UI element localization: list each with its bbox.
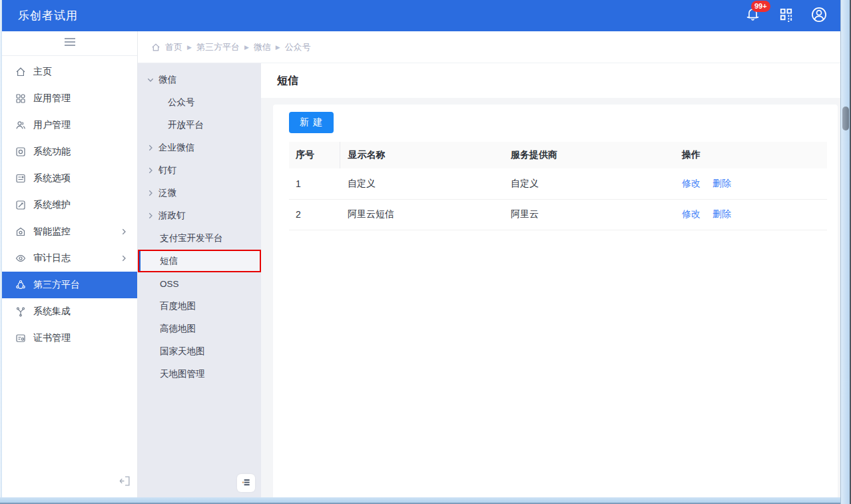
sidebar-item-certificate-management[interactable]: 证书管理: [2, 325, 137, 352]
cell-actions: 修改 删除: [674, 168, 827, 199]
submenu-group-zhezhengding[interactable]: 浙政钉: [138, 204, 261, 227]
submenu-group-fanwei[interactable]: 泛微: [138, 182, 261, 204]
system-function-icon: [15, 146, 26, 157]
submenu-item-label: 钉钉: [158, 164, 176, 176]
breadcrumb-separator-icon: ▶: [244, 44, 249, 51]
submenu-item-open-platform[interactable]: 开放平台: [138, 114, 261, 136]
sidebar-item-system-function[interactable]: 系统功能: [2, 138, 137, 165]
cell-index: 2: [289, 199, 340, 230]
third-party-platform-icon: [15, 280, 26, 290]
appstore-icon: [15, 93, 26, 104]
breadcrumb: 首页 ▶ 第三方平台 ▶ 微信 ▶ 公众号: [138, 31, 840, 63]
sidebar-item-audit-log[interactable]: 审计日志: [2, 245, 137, 272]
sidebar-item-label: 系统维护: [33, 199, 71, 211]
submenu-group-wecom[interactable]: 企业微信: [138, 136, 261, 159]
breadcrumb-official-account[interactable]: 公众号: [285, 41, 311, 53]
submenu-item-label: 浙政钉: [158, 210, 186, 222]
sidebar-collapse-toggle[interactable]: [2, 31, 137, 56]
sidebar-item-label: 证书管理: [33, 332, 71, 344]
submenu-item-label: 微信: [158, 74, 176, 86]
table-row: 1 自定义 自定义 修改 删除: [289, 168, 827, 199]
cell-display-name: 阿里云短信: [340, 199, 503, 230]
edit-link[interactable]: 修改: [682, 208, 701, 219]
breadcrumb-separator-icon: ▶: [276, 44, 280, 51]
sidebar-item-third-party-platform[interactable]: 第三方平台: [2, 272, 137, 298]
sidebar-item-system-options[interactable]: 系统选项: [2, 165, 137, 192]
integration-icon: [15, 306, 26, 317]
qr-code-button[interactable]: [776, 7, 795, 25]
submenu-item-oss[interactable]: OSS: [138, 272, 261, 295]
primary-sidebar: 主页 应用管理 用户管理: [2, 31, 138, 497]
sidebar-item-system-maintenance[interactable]: 系统维护: [2, 192, 137, 218]
home-icon: [151, 43, 160, 52]
submenu-item-national-tianditu[interactable]: 国家天地图: [138, 340, 261, 363]
notification-bell-button[interactable]: 99+: [743, 7, 762, 25]
chevron-right-icon: [120, 228, 128, 236]
sidebar-item-app-management[interactable]: 应用管理: [2, 85, 137, 112]
sidebar-exit-collapse-button[interactable]: [116, 473, 133, 491]
sidebar-item-label: 应用管理: [33, 93, 71, 105]
sidebar-item-label: 第三方平台: [33, 279, 80, 291]
submenu-item-label: 国家天地图: [160, 346, 205, 358]
sidebar-item-smart-monitoring[interactable]: 智能监控: [2, 218, 137, 245]
breadcrumb-wechat[interactable]: 微信: [254, 41, 271, 53]
hamburger-menu-icon: [64, 37, 76, 49]
submenu-item-label: 高德地图: [160, 323, 196, 335]
submenu-item-label: 短信: [160, 255, 178, 267]
submenu-collapse-button[interactable]: [237, 474, 255, 492]
breadcrumb-separator-icon: ▶: [187, 44, 192, 51]
cell-actions: 修改 删除: [674, 199, 827, 230]
submenu-item-label: 百度地图: [160, 300, 196, 312]
submenu-item-label: 企业微信: [158, 142, 194, 154]
edit-link[interactable]: 修改: [682, 178, 701, 188]
sidebar-menu: 主页 应用管理 用户管理: [2, 56, 137, 352]
monitor-icon: [15, 226, 26, 237]
table-row: 2 阿里云短信 阿里云 修改 删除: [289, 199, 827, 230]
page-title: 短信: [277, 74, 298, 88]
sidebar-item-user-management[interactable]: 用户管理: [2, 112, 137, 138]
sidebar-item-label: 系统选项: [33, 172, 71, 184]
certificate-icon: [15, 333, 26, 344]
submenu-item-label: 开放平台: [168, 119, 204, 131]
column-header-actions: 操作: [674, 142, 827, 168]
breadcrumb-third-party[interactable]: 第三方平台: [196, 41, 240, 53]
column-header-index: 序号: [289, 142, 340, 168]
new-button[interactable]: 新 建: [289, 112, 334, 133]
submenu-item-alipay-open-platform[interactable]: 支付宝开发平台: [138, 227, 261, 250]
content-card: 新 建 序号 显示名称 服务提供商 操作: [273, 105, 838, 497]
user-avatar-icon: [810, 6, 828, 26]
submenu-group-dingtalk[interactable]: 钉钉: [138, 159, 261, 182]
sidebar-item-label: 智能监控: [33, 226, 71, 238]
submenu-item-sms[interactable]: 短信: [138, 250, 261, 272]
column-header-display-name: 显示名称: [340, 142, 503, 168]
eye-icon: [15, 253, 26, 264]
submenu-item-label: 公众号: [168, 97, 195, 109]
browser-window: 乐创者试用 99+: [0, 0, 851, 504]
list-outline-icon: [241, 477, 251, 489]
delete-link[interactable]: 删除: [712, 208, 731, 219]
submenu-item-official-account[interactable]: 公众号: [138, 91, 261, 114]
scrollbar-thumb[interactable]: [842, 107, 849, 130]
chevron-down-icon: [146, 76, 154, 84]
column-header-provider: 服务提供商: [503, 142, 674, 168]
app-title: 乐创者试用: [18, 8, 78, 23]
delete-link[interactable]: 删除: [712, 178, 731, 188]
notification-badge: 99+: [751, 1, 770, 12]
sidebar-item-home[interactable]: 主页: [2, 59, 137, 85]
submenu-group-wechat[interactable]: 微信: [138, 69, 261, 91]
submenu-item-baidu-map[interactable]: 百度地图: [138, 295, 261, 318]
submenu-item-label: OSS: [160, 279, 179, 289]
user-avatar-button[interactable]: [810, 7, 828, 25]
submenu-item-label: 泛微: [158, 187, 176, 199]
sidebar-item-system-integration[interactable]: 系统集成: [2, 298, 137, 325]
breadcrumb-home[interactable]: 首页: [165, 41, 182, 53]
submenu-item-tianditu-management[interactable]: 天地图管理: [138, 363, 261, 385]
submenu-item-amap[interactable]: 高德地图: [138, 318, 261, 340]
qr-code-icon: [778, 7, 794, 25]
sidebar-item-label: 主页: [33, 66, 52, 78]
window-scrollbar[interactable]: [840, 0, 851, 504]
collapse-left-icon: [119, 475, 131, 490]
app-root: 乐创者试用 99+: [2, 0, 840, 497]
submenu-item-label: 天地图管理: [160, 368, 205, 380]
users-icon: [15, 120, 26, 130]
